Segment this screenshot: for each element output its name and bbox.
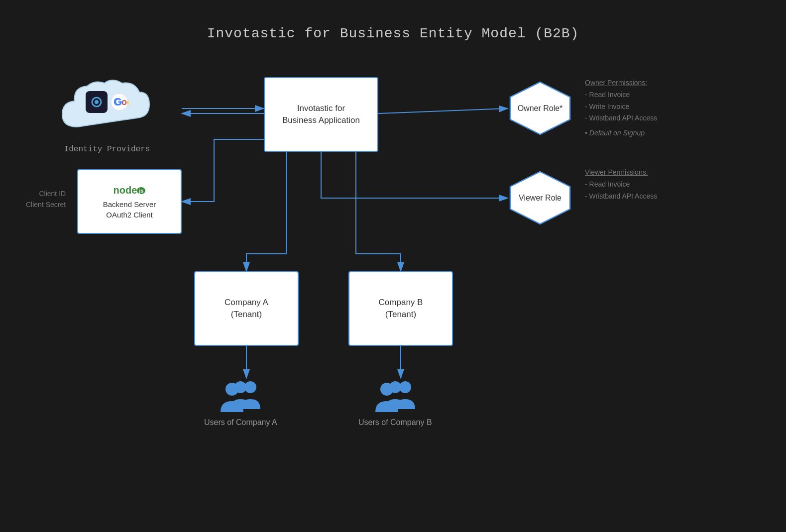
backend-label: Backend Server OAuth2 Client <box>103 199 156 220</box>
identity-providers-box: Google G Identity Providers <box>40 77 174 154</box>
users-company-b: Users of Company B <box>358 378 432 427</box>
svg-point-20 <box>380 383 393 396</box>
svg-point-17 <box>225 383 238 396</box>
users-b-icon <box>373 378 418 413</box>
cloud-shape: Google G <box>57 77 157 142</box>
company-b-box: Company B (Tenant) <box>348 271 453 346</box>
google-icon: Google G <box>111 93 128 111</box>
svg-line-4 <box>378 108 508 113</box>
cloud-icons: Google G <box>86 91 128 113</box>
users-company-a: Users of Company A <box>204 378 277 427</box>
company-a-box: Company A (Tenant) <box>194 271 299 346</box>
nodejs-logo: nodejs <box>113 183 146 197</box>
owner-role-hex: Owner Role* <box>508 80 572 137</box>
viewer-role-hex: Viewer Role <box>508 169 572 226</box>
app-box: Invotastic for Business Application <box>264 77 378 152</box>
wristband-icon <box>86 91 108 113</box>
backend-box: nodejs Backend Server OAuth2 Client <box>77 169 182 234</box>
client-label: Client ID Client Secret <box>26 188 66 211</box>
viewer-permissions: Viewer Permissions: - Read Invoice - Wri… <box>585 167 657 202</box>
users-a-icon <box>218 378 263 413</box>
identity-providers-label: Identity Providers <box>40 145 174 154</box>
svg-point-9 <box>95 100 99 104</box>
page-title: Invotastic for Business Entity Model (B2… <box>207 26 579 41</box>
owner-permissions: Owner Permissions: - Read Invoice - Writ… <box>585 77 657 139</box>
diagram: Invotastic for Business Entity Model (B2… <box>0 0 786 532</box>
